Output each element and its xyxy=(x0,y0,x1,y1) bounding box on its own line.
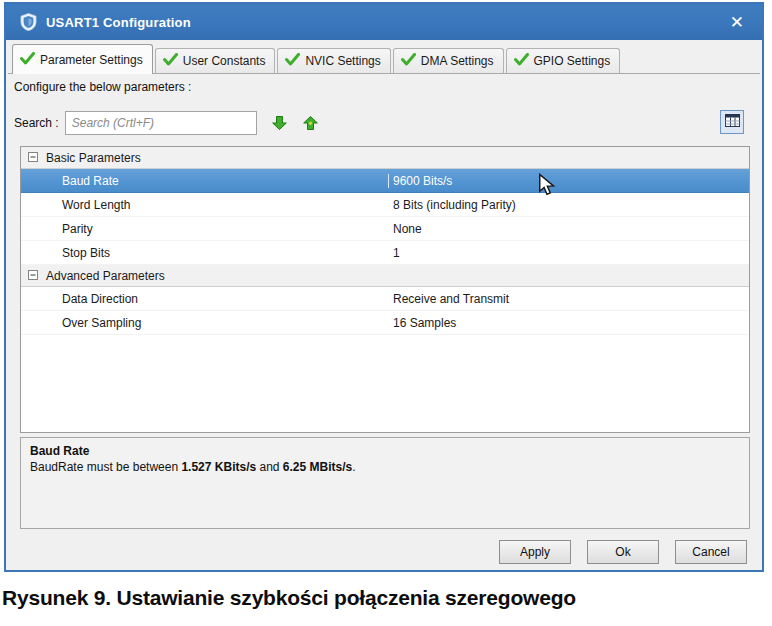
param-name: Stop Bits xyxy=(21,246,389,260)
param-row-data-direction[interactable]: Data Direction Receive and Transmit xyxy=(21,287,749,311)
tab-dma-settings[interactable]: DMA Settings xyxy=(393,48,504,73)
description-panel: Baud Rate BaudRate must be between 1.527… xyxy=(20,437,750,529)
param-value[interactable]: 9600 Bits/s xyxy=(389,174,749,188)
show-columns-icon xyxy=(725,114,740,130)
titlebar[interactable]: USART1 Configuration ✕ xyxy=(6,4,762,40)
tab-bar: Parameter Settings User Constants NVIC S… xyxy=(8,44,760,74)
param-name: Word Length xyxy=(21,198,389,212)
param-row-over-sampling[interactable]: Over Sampling 16 Samples xyxy=(21,311,749,335)
configure-parameters-label: Configure the below parameters : xyxy=(14,80,191,94)
parameters-table: Basic Parameters Baud Rate 9600 Bits/s W… xyxy=(20,146,750,433)
collapse-icon[interactable] xyxy=(28,269,38,283)
section-label: Basic Parameters xyxy=(46,151,141,165)
param-name: Baud Rate xyxy=(21,174,389,188)
param-row-word-length[interactable]: Word Length 8 Bits (including Parity) xyxy=(21,193,749,217)
tab-label: DMA Settings xyxy=(421,54,494,68)
search-row: Search : xyxy=(14,110,319,136)
ok-button[interactable]: Ok xyxy=(587,540,659,564)
collapse-icon[interactable] xyxy=(28,151,38,165)
description-max-value: 6.25 MBits/s xyxy=(283,460,352,474)
section-label: Advanced Parameters xyxy=(46,269,165,283)
close-button[interactable]: ✕ xyxy=(722,12,752,33)
param-row-stop-bits[interactable]: Stop Bits 1 xyxy=(21,241,749,265)
description-text: BaudRate must be between 1.527 KBits/s a… xyxy=(30,460,740,474)
param-value[interactable]: None xyxy=(389,222,749,236)
show-columns-button[interactable] xyxy=(720,110,744,134)
param-name: Parity xyxy=(21,222,389,236)
param-name: Over Sampling xyxy=(21,316,389,330)
description-title: Baud Rate xyxy=(30,444,740,458)
tab-label: NVIC Settings xyxy=(305,54,380,68)
tab-user-constants[interactable]: User Constants xyxy=(155,48,276,73)
cancel-button[interactable]: Cancel xyxy=(675,540,747,564)
tab-check-icon xyxy=(163,53,178,69)
tab-gpio-settings[interactable]: GPIO Settings xyxy=(506,48,621,73)
tab-label: Parameter Settings xyxy=(40,53,143,67)
search-input[interactable] xyxy=(65,111,257,135)
description-min-value: 1.527 KBits/s xyxy=(181,460,256,474)
search-prev-icon[interactable] xyxy=(302,115,319,131)
search-next-icon[interactable] xyxy=(271,115,288,131)
tab-check-icon xyxy=(285,53,300,69)
section-row-basic-parameters[interactable]: Basic Parameters xyxy=(21,147,749,169)
tab-check-icon xyxy=(401,53,416,69)
figure-caption: Rysunek 9. Ustawianie szybkości połączen… xyxy=(2,586,770,610)
usart1-configuration-dialog: USART1 Configuration ✕ Parameter Setting… xyxy=(4,2,764,572)
tab-check-icon xyxy=(514,53,529,69)
tab-parameter-settings[interactable]: Parameter Settings xyxy=(12,44,153,74)
apply-button[interactable]: Apply xyxy=(499,540,571,564)
param-value[interactable]: 1 xyxy=(389,246,749,260)
app-shield-icon xyxy=(20,13,37,31)
description-prefix: BaudRate must be between xyxy=(30,460,181,474)
param-value[interactable]: 16 Samples xyxy=(389,316,749,330)
description-and: and xyxy=(256,460,283,474)
param-value[interactable]: Receive and Transmit xyxy=(389,292,749,306)
param-value[interactable]: 8 Bits (including Parity) xyxy=(389,198,749,212)
param-row-baud-rate[interactable]: Baud Rate 9600 Bits/s xyxy=(21,169,749,193)
section-row-advanced-parameters[interactable]: Advanced Parameters xyxy=(21,265,749,287)
search-label: Search : xyxy=(14,116,59,130)
tab-label: GPIO Settings xyxy=(534,54,611,68)
tab-nvic-settings[interactable]: NVIC Settings xyxy=(277,48,390,73)
description-end: . xyxy=(352,460,355,474)
param-name: Data Direction xyxy=(21,292,389,306)
tab-check-icon xyxy=(20,52,35,68)
param-row-parity[interactable]: Parity None xyxy=(21,217,749,241)
tab-label: User Constants xyxy=(183,54,266,68)
window-title: USART1 Configuration xyxy=(46,15,191,30)
